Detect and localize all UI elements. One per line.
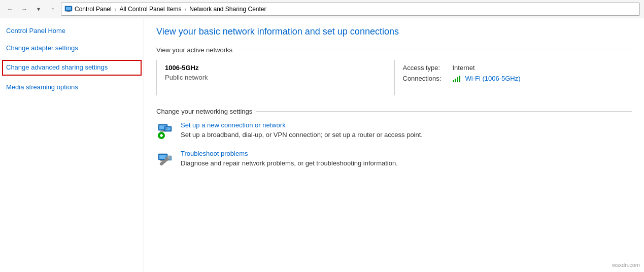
networking-settings-header: Change your networking settings [156, 108, 632, 115]
address-bar: ← → ▾ ↑ Control Panel › All Control Pane… [0, 0, 644, 18]
connections-row: Connections: Wi-Fi (1006-5GHz) [403, 75, 624, 82]
troubleshoot-link[interactable]: Troubleshoot problems [181, 150, 398, 157]
up-button[interactable]: ↑ [47, 3, 59, 15]
network-name: 1006-5GHz [165, 64, 386, 72]
wifi-bar-2 [455, 79, 456, 82]
networking-settings-divider [256, 111, 632, 112]
content-area: View your basic network information and … [144, 18, 644, 272]
wifi-icon [453, 75, 460, 82]
breadcrumb-current: Network and Sharing Center [189, 6, 266, 13]
page-title: View your basic network information and … [156, 26, 632, 37]
forward-button[interactable]: → [18, 3, 30, 15]
svg-point-20 [167, 156, 171, 159]
breadcrumb-controlpanel[interactable]: Control Panel [75, 6, 112, 13]
access-type-value: Internet [453, 64, 475, 72]
connections-label: Connections: [403, 75, 449, 82]
wifi-bar-3 [457, 77, 458, 82]
dropdown-button[interactable]: ▾ [32, 3, 45, 15]
active-networks-header: View your active networks [156, 46, 632, 54]
breadcrumb-allitems[interactable]: All Control Panel Items [119, 6, 181, 13]
active-networks-divider [236, 50, 632, 50]
setup-connection-link[interactable]: Set up a new connection or network [181, 121, 423, 129]
address-icon [64, 5, 73, 13]
setup-connection-icon [156, 121, 175, 140]
svg-rect-3 [66, 12, 71, 12]
network-type: Public network [165, 74, 386, 81]
setup-connection-desc: Set up a broadband, dial-up, or VPN conn… [181, 131, 423, 139]
sep2: › [184, 6, 186, 12]
network-info: 1006-5GHz Public network Access type: In… [156, 60, 632, 95]
troubleshoot-content: Troubleshoot problems Diagnose and repai… [181, 150, 398, 168]
networking-settings-label: Change your networking settings [156, 108, 252, 115]
access-type-label: Access type: [403, 64, 449, 72]
troubleshoot-icon [156, 150, 175, 168]
sep1: › [115, 6, 117, 12]
main-container: Control Panel Home Change adapter settin… [0, 18, 644, 272]
back-button[interactable]: ← [4, 3, 16, 15]
troubleshoot-desc: Diagnose and repair network problems, or… [181, 159, 398, 167]
wifi-bar-1 [453, 80, 454, 82]
watermark: wsxdn.com [612, 262, 640, 268]
active-networks-label: View your active networks [156, 46, 232, 54]
connections-link[interactable]: Wi-Fi (1006-5GHz) [465, 75, 521, 82]
sidebar-link-adapter[interactable]: Change adapter settings [6, 44, 138, 53]
svg-rect-1 [66, 7, 71, 10]
sidebar-link-media[interactable]: Media streaming options [6, 83, 138, 92]
network-left: 1006-5GHz Public network [157, 60, 394, 95]
network-right: Access type: Internet Connections: Wi-Fi… [394, 60, 632, 95]
wifi-bar-4 [459, 76, 460, 82]
sidebar-link-home[interactable]: Control Panel Home [6, 26, 138, 36]
svg-rect-12 [160, 135, 163, 137]
setup-connection-item: Set up a new connection or network Set u… [156, 121, 632, 140]
sidebar: Control Panel Home Change adapter settin… [0, 18, 144, 272]
access-type-row: Access type: Internet [403, 64, 624, 72]
setup-connection-content: Set up a new connection or network Set u… [181, 121, 423, 140]
troubleshoot-item: Troubleshoot problems Diagnose and repai… [156, 150, 632, 168]
address-box[interactable]: Control Panel › All Control Panel Items … [61, 3, 640, 16]
sidebar-link-advanced-sharing[interactable]: Change advanced sharing settings [3, 61, 141, 74]
